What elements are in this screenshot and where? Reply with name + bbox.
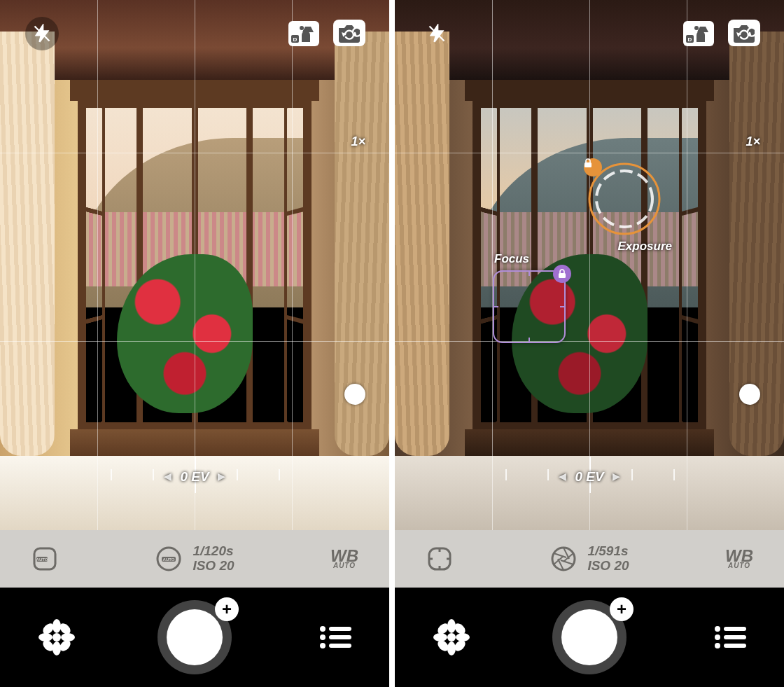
camera-scene: [395, 0, 784, 530]
focus-auto-icon: AUTO: [31, 545, 59, 573]
screenshot-left: D 1× ◀ ▶ 0 EV: [0, 0, 389, 687]
white-balance-button[interactable]: WB AUTO: [725, 549, 753, 568]
focus-label: Focus: [494, 252, 529, 266]
shutter-speed: 1/120s: [192, 544, 234, 559]
svg-rect-59: [724, 644, 746, 648]
svg-text:D: D: [688, 36, 692, 43]
svg-point-44: [552, 548, 575, 570]
ev-slider[interactable]: ◀ ▶ 0 EV: [498, 454, 680, 494]
svg-point-17: [61, 633, 75, 641]
aperture-auto-icon: AUTO: [155, 545, 183, 573]
gallery-button[interactable]: [38, 618, 76, 656]
aperture-manual-icon: [550, 545, 578, 573]
svg-text:AUTO: AUTO: [163, 557, 175, 562]
switch-camera-icon[interactable]: [333, 20, 365, 46]
hdr-mode-icon[interactable]: D: [683, 21, 714, 46]
ev-value: 0 EV: [498, 469, 680, 485]
gallery-button[interactable]: [433, 618, 470, 656]
viewfinder[interactable]: D 1× Exposure: [395, 0, 784, 530]
svg-point-47: [447, 641, 456, 655]
shutter-plus-button[interactable]: +: [610, 597, 634, 621]
exposure-label: Exposure: [618, 240, 672, 254]
flash-off-icon[interactable]: [420, 17, 454, 50]
menu-button[interactable]: [714, 625, 746, 650]
shutter-button[interactable]: +: [158, 600, 232, 674]
parameter-strip: 1/591s ISO 20 WB AUTO: [395, 530, 784, 588]
exposure-mode-button[interactable]: 1/591s ISO 20: [550, 544, 629, 574]
menu-icon: [714, 625, 746, 650]
svg-rect-27: [329, 644, 351, 648]
svg-point-24: [320, 634, 326, 640]
svg-point-6: [303, 29, 309, 34]
svg-point-22: [320, 626, 326, 632]
ev-value: 0 EV: [104, 469, 286, 485]
hdr-mode-icon[interactable]: D: [288, 21, 319, 46]
svg-rect-38: [559, 273, 566, 278]
svg-point-54: [715, 626, 720, 632]
svg-point-15: [52, 641, 61, 655]
svg-point-33: [694, 26, 699, 30]
svg-point-26: [320, 643, 326, 648]
svg-point-45: [447, 633, 456, 641]
ev-slider[interactable]: ◀ ▶ 0 EV: [104, 454, 286, 494]
menu-button[interactable]: [319, 625, 351, 650]
svg-point-34: [698, 29, 704, 34]
parameter-strip: AUTO AUTO 1/120s ISO 20 WB AUTO: [0, 530, 389, 588]
svg-point-13: [52, 633, 61, 641]
zoom-indicator[interactable]: 1×: [351, 134, 365, 149]
wb-mode: AUTO: [330, 563, 358, 569]
svg-rect-55: [724, 627, 746, 631]
zoom-indicator[interactable]: 1×: [746, 134, 760, 149]
focus-lock-icon[interactable]: [553, 265, 571, 283]
svg-point-58: [715, 643, 720, 648]
focus-reticle[interactable]: Focus: [493, 270, 566, 343]
exposure-mode-button[interactable]: AUTO 1/120s ISO 20: [155, 544, 234, 574]
screenshot-right: D 1× Exposure: [395, 0, 784, 687]
svg-point-35: [589, 164, 659, 234]
svg-rect-25: [329, 635, 351, 639]
level-indicator[interactable]: [739, 384, 760, 405]
svg-point-56: [715, 634, 720, 640]
svg-rect-23: [329, 627, 351, 631]
flower-icon: [433, 618, 470, 656]
wb-mode: AUTO: [725, 563, 753, 569]
svg-point-16: [38, 633, 52, 641]
focus-manual-icon: [426, 545, 454, 573]
exposure-reticle[interactable]: Exposure: [582, 157, 666, 241]
focus-mode-button[interactable]: AUTO: [31, 545, 59, 573]
bottom-bar: +: [0, 588, 389, 687]
svg-text:AUTO: AUTO: [36, 557, 48, 562]
svg-rect-57: [724, 635, 746, 639]
camera-scene: [0, 0, 389, 530]
svg-point-49: [456, 633, 470, 641]
flower-icon: [38, 618, 76, 656]
exposure-lock-icon[interactable]: [584, 158, 602, 176]
svg-point-36: [596, 171, 652, 227]
viewfinder[interactable]: D 1× ◀ ▶ 0 EV: [0, 0, 389, 530]
shutter-plus-button[interactable]: +: [215, 597, 239, 621]
white-balance-button[interactable]: WB AUTO: [330, 549, 358, 568]
svg-point-14: [52, 619, 61, 633]
svg-rect-37: [584, 162, 592, 167]
level-indicator[interactable]: [344, 384, 365, 405]
focus-mode-button[interactable]: [426, 545, 454, 573]
svg-text:D: D: [293, 36, 298, 43]
menu-icon: [319, 625, 351, 650]
bottom-bar: +: [395, 588, 784, 687]
switch-camera-icon[interactable]: [728, 20, 760, 46]
iso-value: ISO 20: [587, 559, 629, 574]
svg-point-46: [447, 619, 456, 633]
iso-value: ISO 20: [192, 559, 234, 574]
flash-off-icon[interactable]: [25, 17, 59, 50]
shutter-speed: 1/591s: [587, 544, 629, 559]
svg-point-5: [300, 26, 304, 30]
shutter-button[interactable]: +: [552, 600, 626, 674]
svg-point-48: [433, 633, 447, 641]
